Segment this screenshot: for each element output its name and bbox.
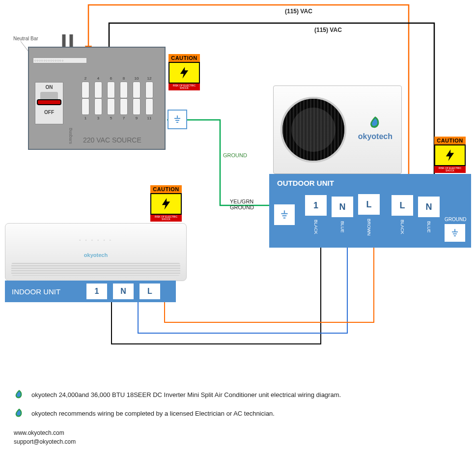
breaker-row: 21 43 65 87 109 1211: [80, 75, 155, 121]
caution-sign-panel: CAUTION RISK OF ELECTRIC SHOCK: [168, 54, 200, 90]
indoor-terminal-l: L: [140, 284, 160, 299]
wire-color-1: BLACK: [313, 220, 318, 234]
outdoor-unit-illustration: okyotech: [273, 85, 402, 174]
line2-voltage-label: (115) VAC: [314, 27, 342, 33]
outdoor-terminal-panel: OUTDOOR UNIT 1 BLACK N BLUE L BROWN L BL…: [269, 174, 471, 248]
caution-banner: CAUTION: [168, 54, 200, 62]
outdoor-terminal-n1: N: [332, 197, 353, 217]
outdoor-terminal-l2: L: [392, 195, 413, 216]
ground-mid-label: GROUND: [223, 152, 247, 158]
caution-sign-indoor: CAUTION RISK OF ELECTRIC SHOCK: [150, 185, 182, 222]
line1-voltage-label: (115) VAC: [285, 8, 312, 15]
off-label: OFF: [35, 110, 63, 115]
wire-color-3: BROWN: [366, 219, 371, 236]
outdoor-terminal-l1: L: [358, 194, 380, 215]
panel-ground-symbol: [168, 110, 187, 129]
indoor-terminal-n: N: [113, 284, 134, 299]
leaf-icon: [14, 408, 25, 419]
source-label: 220 VAC SOURCE: [83, 136, 141, 144]
switch-knob: [40, 92, 58, 101]
wire-color-4: BLACK: [400, 220, 405, 234]
main-switch: ON OFF: [35, 82, 63, 124]
outdoor-fan: [280, 97, 346, 163]
indoor-unit-illustration: ◦ ◦ ◦ ◦ ◦ ◦ okyotech: [5, 223, 187, 281]
leaf-icon: [14, 389, 25, 400]
indoor-brand-label: okyotech: [84, 252, 108, 258]
lightning-icon: [168, 62, 200, 84]
indoor-terminal-1: 1: [86, 284, 107, 299]
caution-sign-outdoor: CAUTION RISK OF ELECTRIC SHOCK: [434, 137, 466, 173]
wire-color-5: BLUE: [426, 221, 431, 233]
outdoor-terminal-n2: N: [418, 197, 440, 217]
footer-line1: okyotech 24,000and 36,000 BTU 18SEER DC …: [14, 389, 341, 400]
busbars-label: Busbars: [68, 128, 73, 144]
footer-url: www.okyotech.com: [14, 428, 76, 437]
footer-links: www.okyotech.com support@okyotech.com: [14, 428, 76, 446]
neutral-bar: ○○○○○○○○○○○○○: [33, 57, 87, 63]
neutral-bar-label: Neutral Bar: [13, 36, 38, 41]
indoor-terminal-panel: INDOOR UNIT 1 N L: [5, 281, 176, 302]
ground-wire-label: YEL/GRN GROUND: [230, 199, 254, 210]
breaker-panel: Neutral Bar ○○○○○○○○○○○○○ ON OFF 21 43 6…: [28, 47, 166, 150]
footer-line2: okyotech recommends wiring be completed …: [14, 408, 275, 419]
outdoor-panel-title: OUTDOOR UNIT: [274, 179, 466, 187]
outdoor-ground-symbol: [274, 204, 295, 225]
caution-strip: RISK OF ELECTRIC SHOCK: [168, 84, 200, 90]
outdoor-brand-label: okyotech: [358, 115, 392, 141]
outdoor-terminal-1: 1: [305, 195, 327, 216]
outdoor-ground-lower: GROUND: [445, 217, 465, 242]
wire-color-2: BLUE: [340, 221, 345, 233]
indoor-panel-title: INDOOR UNIT: [5, 287, 84, 296]
on-label: ON: [35, 85, 63, 90]
footer-email: support@okyotech.com: [14, 437, 76, 446]
